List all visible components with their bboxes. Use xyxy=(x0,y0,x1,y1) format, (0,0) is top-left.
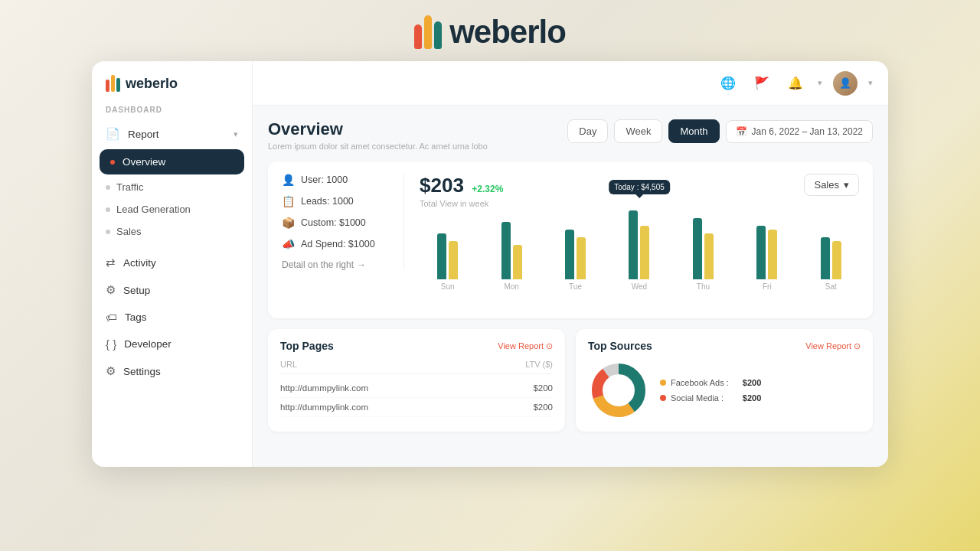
bar-teal-tue xyxy=(565,230,574,279)
bars-sat xyxy=(821,203,841,279)
sidebar-item-developer[interactable]: { } Developer xyxy=(92,331,252,357)
sources-view-report-text: View Report xyxy=(805,341,851,350)
avatar-chevron[interactable]: ▾ xyxy=(868,78,873,88)
bars-tue xyxy=(565,203,586,279)
tags-icon: 🏷 xyxy=(106,311,117,324)
social-label: Social Media : xyxy=(671,393,724,403)
overview-header: Overview Lorem ipsum dolor sit amet cons… xyxy=(268,119,873,151)
sales-label: Sales xyxy=(116,226,142,237)
report-chevron: ▾ xyxy=(234,129,238,139)
leads-stat-icon: 📋 xyxy=(282,195,295,207)
top-pages-view-report[interactable]: View Report ⊙ xyxy=(498,341,553,351)
logo-bar1 xyxy=(414,24,422,49)
sidebar-item-settings[interactable]: ⚙ Settings xyxy=(92,357,252,385)
setup-label: Setup xyxy=(123,285,150,296)
bars-fri xyxy=(756,203,777,279)
sidebar-logo-text: weberlo xyxy=(126,76,178,92)
bar-label-fri: Fri xyxy=(763,282,772,291)
app-header: 🌐 🚩 🔔 ▾ 👤 ▾ xyxy=(253,61,888,106)
donut-area: Facebook Ads : $200 Social Media : $200 xyxy=(588,360,861,421)
sidebar-item-activity[interactable]: ⇄ Activity xyxy=(92,249,252,276)
header-chevron[interactable]: ▾ xyxy=(818,78,822,88)
sidebar-item-overview[interactable]: Overview xyxy=(100,149,244,174)
view-report-text: View Report xyxy=(498,341,544,350)
bell-icon[interactable]: 🔔 xyxy=(784,72,807,95)
revenue-amount: $203 xyxy=(420,174,464,197)
sales-dropdown-label: Sales xyxy=(814,179,839,191)
sidebar-item-sales[interactable]: Sales xyxy=(92,220,252,243)
date-range-text: Jan 6, 2022 – Jan 13, 2022 xyxy=(752,126,863,137)
top-sources-header: Top Sources View Report ⊙ xyxy=(588,340,861,352)
bar-group-fri: Fri xyxy=(739,203,795,291)
bottom-row: Top Pages View Report ⊙ URL LTV ($) http… xyxy=(268,329,873,432)
app-shell: weberlo DASHBOARD 📄 Report ▾ Overview Tr… xyxy=(92,61,888,467)
globe-icon[interactable]: 🌐 xyxy=(717,72,740,95)
bar-gold-mon xyxy=(513,245,522,279)
top-sources-title: Top Sources xyxy=(588,340,652,352)
sidebar-item-lead-generation[interactable]: Lead Generation xyxy=(92,198,252,220)
bar-group-mon: Mon xyxy=(483,203,539,291)
bar-group-tue: Tue xyxy=(547,203,603,291)
adspend-stat-label: Ad Spend: $1000 xyxy=(301,239,375,249)
custom-stat-label: Custom: $1000 xyxy=(301,217,366,228)
social-dot xyxy=(660,395,666,401)
bar-group-sat: Sat xyxy=(803,203,859,291)
sidebar-item-report[interactable]: 📄 Report ▾ xyxy=(92,120,252,148)
overview-title-area: Overview Lorem ipsum dolor sit amet cons… xyxy=(268,119,488,151)
logo-bar3 xyxy=(434,21,442,49)
sidebar-item-traffic[interactable]: Traffic xyxy=(92,176,252,198)
chart-main: $203 +2.32% Total View in week Sales ▾ xyxy=(420,174,859,306)
bar-gold-sun xyxy=(449,241,458,279)
date-controls: Day Week Month 📅 Jan 6, 2022 – Jan 13, 2… xyxy=(567,119,873,143)
stat-custom: 📦 Custom: $1000 xyxy=(282,217,391,229)
top-sources-view-report[interactable]: View Report ⊙ xyxy=(805,341,861,351)
overview-label: Overview xyxy=(122,156,165,168)
bar-label-mon: Mon xyxy=(504,282,518,291)
bar-teal-thu xyxy=(693,218,702,279)
detail-link[interactable]: Detail on the right → xyxy=(282,259,391,270)
sidebar-logo: weberlo xyxy=(92,75,252,106)
donut-chart xyxy=(588,360,649,421)
sb3 xyxy=(116,78,120,92)
bars-mon xyxy=(501,203,522,279)
leads-stat-label: Leads: 1000 xyxy=(301,196,354,207)
bar-label-sun: Sun xyxy=(441,282,455,291)
brand-logo-icon xyxy=(414,15,442,49)
stat-adspend: 📣 Ad Spend: $1000 xyxy=(282,238,391,250)
user-stat-icon: 👤 xyxy=(282,174,295,186)
bar-teal-fri xyxy=(756,226,766,279)
overview-dot xyxy=(110,160,115,165)
flag-icon[interactable]: 🚩 xyxy=(750,72,773,95)
sb2 xyxy=(111,75,115,92)
facebook-dot xyxy=(660,380,666,386)
top-sources-card: Top Sources View Report ⊙ xyxy=(576,329,873,432)
sales-chevron-icon: ▾ xyxy=(844,179,849,191)
bar-gold-wed xyxy=(640,226,649,279)
lead-dot xyxy=(106,207,110,212)
sales-dot xyxy=(106,230,110,234)
view-report-icon: ⊙ xyxy=(546,341,553,351)
logo-bar2 xyxy=(424,15,432,49)
period-month-button[interactable]: Month xyxy=(668,119,719,143)
chart-tooltip: Today : $4,505 xyxy=(609,180,670,194)
bar-gold-sat xyxy=(832,241,841,279)
bar-teal-sun xyxy=(437,233,446,279)
date-range-button[interactable]: 📅 Jan 6, 2022 – Jan 13, 2022 xyxy=(726,120,873,143)
top-pages-table-header: URL LTV ($) xyxy=(280,360,553,374)
bar-label-sat: Sat xyxy=(825,282,837,291)
top-pages-header: Top Pages View Report ⊙ xyxy=(280,340,553,352)
period-day-button[interactable]: Day xyxy=(567,119,608,143)
col-url: URL xyxy=(280,360,297,369)
revenue-row: $203 +2.32% xyxy=(420,174,503,197)
col-ltv: LTV ($) xyxy=(525,360,553,369)
bar-gold-fri xyxy=(768,230,777,279)
top-brand-area: weberlo xyxy=(414,0,566,61)
bar-label-tue: Tue xyxy=(569,282,582,291)
period-week-button[interactable]: Week xyxy=(614,119,662,143)
sidebar-item-setup[interactable]: ⚙ Setup xyxy=(92,276,252,304)
sidebar-item-tags[interactable]: 🏷 Tags xyxy=(92,304,252,331)
lead-label: Lead Generation xyxy=(116,204,191,215)
sales-dropdown[interactable]: Sales ▾ xyxy=(804,174,859,196)
user-avatar[interactable]: 👤 xyxy=(833,71,858,96)
bar-teal-wed xyxy=(629,210,638,279)
